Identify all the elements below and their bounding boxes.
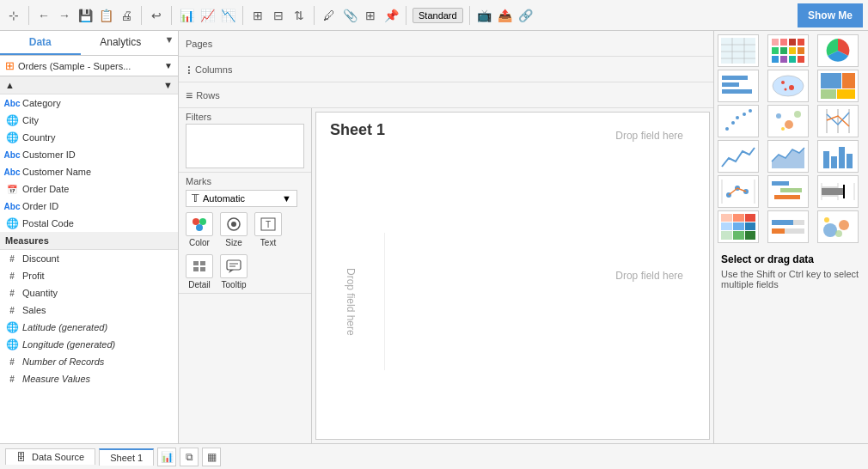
chart-bubble[interactable] xyxy=(817,210,859,243)
field-label: Customer ID xyxy=(22,149,76,160)
field-order-date[interactable]: 📅 Order Date xyxy=(0,180,178,198)
field-category[interactable]: Abc Category xyxy=(0,94,178,112)
chart-map[interactable] xyxy=(767,70,809,102)
measures-header[interactable]: Measures xyxy=(0,232,178,250)
forward-icon[interactable]: → xyxy=(56,7,73,24)
main-layout: Data Analytics ▼ ⊞ Orders (Sample - Supe… xyxy=(0,31,868,443)
drop-left-area[interactable]: Drop field here xyxy=(316,233,385,370)
svg-point-1 xyxy=(199,218,206,225)
chart3-icon[interactable]: 📉 xyxy=(219,7,236,24)
data-source-select[interactable]: ⊞ Orders (Sample - Supers... ▼ xyxy=(0,56,178,76)
svg-point-89 xyxy=(839,220,849,230)
svg-rect-34 xyxy=(722,82,739,87)
clip-icon[interactable]: 📎 xyxy=(341,7,358,24)
chart-line[interactable] xyxy=(718,140,759,173)
database-icon: 🗄 xyxy=(16,452,26,462)
field-measure-values[interactable]: # Measure Values xyxy=(0,370,178,387)
fields-list: ▲ ▼ Abc Category 🌐 City 🌐 Country Abc Cu… xyxy=(0,76,178,443)
chart-scatter[interactable] xyxy=(718,105,759,137)
highlight-icon[interactable]: 🖊 xyxy=(321,7,338,24)
save-icon[interactable]: 💾 xyxy=(76,7,94,24)
field-postal-code[interactable]: 🌐 Postal Code xyxy=(0,215,178,232)
add-icon[interactable]: 📋 xyxy=(97,7,114,24)
field-order-id[interactable]: Abc Order ID xyxy=(0,198,178,215)
field-profit[interactable]: # Profit xyxy=(0,267,178,284)
duplicate-sheet-icon[interactable]: ⧉ xyxy=(180,448,199,466)
canvas-drop-area: Drop field here xyxy=(316,233,709,370)
detail-mark-btn[interactable]: Detail xyxy=(186,254,213,289)
chart-scatter2[interactable] xyxy=(767,105,809,137)
marks-type-chevron-icon[interactable]: ▼ xyxy=(282,193,291,204)
abc-icon: Abc xyxy=(5,148,19,161)
data-tab[interactable]: Data xyxy=(0,31,81,55)
chart-text-table[interactable] xyxy=(718,34,759,67)
sheet1-tab[interactable]: Sheet 1 xyxy=(99,448,154,466)
field-country[interactable]: 🌐 Country xyxy=(0,129,178,146)
size-mark-btn[interactable]: Size xyxy=(220,212,248,247)
print-icon[interactable]: 🖨 xyxy=(118,7,135,24)
svg-point-45 xyxy=(731,121,735,125)
field-latitude[interactable]: 🌐 Latitude (generated) xyxy=(0,319,178,336)
marks-type-dropdown[interactable]: 𝕋 Automatic ▼ xyxy=(186,190,297,207)
chart-progress[interactable] xyxy=(767,210,809,243)
data-source-tab[interactable]: 🗄 Data Source xyxy=(5,448,95,465)
svg-point-44 xyxy=(725,127,729,131)
field-longitude[interactable]: 🌐 Longitude (generated) xyxy=(0,336,178,353)
standard-dropdown[interactable]: Standard xyxy=(413,8,463,23)
show-me-button[interactable]: Show Me xyxy=(798,3,863,27)
back-icon[interactable]: ← xyxy=(35,7,52,24)
group-icon[interactable]: ⊞ xyxy=(362,7,379,24)
field-label: Order Date xyxy=(22,184,69,194)
present-icon[interactable]: 📺 xyxy=(476,7,493,24)
dimensions-header[interactable]: ▲ ▼ xyxy=(0,76,178,94)
chart-horiz-bar[interactable] xyxy=(718,70,759,102)
add-sheet-icon[interactable]: 📊 xyxy=(157,448,176,466)
chart-icon[interactable]: 📊 xyxy=(178,7,195,24)
connect-icon[interactable]: 🔗 xyxy=(517,7,535,24)
chart-parallel[interactable] xyxy=(817,105,859,137)
color-mark-btn[interactable]: Color xyxy=(186,212,213,247)
field-customer-name[interactable]: Abc Customer Name xyxy=(0,163,178,180)
chart-highlight-table[interactable] xyxy=(718,210,759,243)
pin-icon[interactable]: 📌 xyxy=(382,7,400,24)
field-label: Measure Values xyxy=(22,374,90,384)
swap-icon[interactable]: ⇅ xyxy=(290,7,308,24)
field-sales[interactable]: # Sales xyxy=(0,302,178,319)
field-quantity[interactable]: # Quantity xyxy=(0,284,178,302)
field-discount[interactable]: # Discount xyxy=(0,250,178,267)
canvas[interactable]: Sheet 1 Drop field here Drop field here … xyxy=(315,112,710,440)
row-icon[interactable]: ⊞ xyxy=(249,7,266,24)
chart-heat-map[interactable] xyxy=(767,34,809,67)
chart-dual-axis[interactable] xyxy=(718,175,759,208)
svg-rect-29 xyxy=(772,56,779,63)
canvas-center[interactable] xyxy=(385,233,709,370)
move-icon[interactable]: ⊹ xyxy=(5,7,22,24)
chart-pie[interactable] xyxy=(817,34,859,67)
undo-icon[interactable]: ↩ xyxy=(148,7,165,24)
share-icon[interactable]: 📤 xyxy=(497,7,514,24)
svg-rect-24 xyxy=(798,39,804,46)
abc-icon: Abc xyxy=(5,165,19,179)
text-mark-btn[interactable]: T Text xyxy=(254,212,282,247)
analytics-tab[interactable]: Analytics xyxy=(81,31,162,55)
field-num-records[interactable]: # Number of Records xyxy=(0,353,178,370)
chart-area[interactable] xyxy=(767,140,809,173)
drop-hint-right: Drop field here xyxy=(615,270,683,282)
field-customer-id[interactable]: Abc Customer ID xyxy=(0,146,178,163)
tooltip-mark-btn[interactable]: Tooltip xyxy=(220,254,248,289)
chart-bar[interactable] xyxy=(817,140,859,173)
datasource-chevron-icon[interactable]: ▼ xyxy=(164,61,173,70)
col-icon[interactable]: ⊟ xyxy=(270,7,287,24)
chart-gantt[interactable] xyxy=(767,175,809,208)
new-dashboard-icon[interactable]: ▦ xyxy=(202,448,221,466)
filters-box[interactable] xyxy=(186,124,304,168)
field-label: Category xyxy=(22,98,61,108)
chart-treemap[interactable] xyxy=(817,70,859,102)
svg-rect-40 xyxy=(821,73,841,88)
chart-bullet[interactable] xyxy=(817,175,859,208)
panel-options-icon[interactable]: ▼ xyxy=(161,31,178,48)
field-city[interactable]: 🌐 City xyxy=(0,112,178,129)
filters-marks-panel: Filters Marks 𝕋 Automatic ▼ xyxy=(179,108,312,443)
toolbar: ⊹ ← → 💾 📋 🖨 ↩ 📊 📈 📉 ⊞ ⊟ ⇅ 🖊 📎 ⊞ 📌 Standa… xyxy=(0,0,868,31)
chart2-icon[interactable]: 📈 xyxy=(199,7,216,24)
